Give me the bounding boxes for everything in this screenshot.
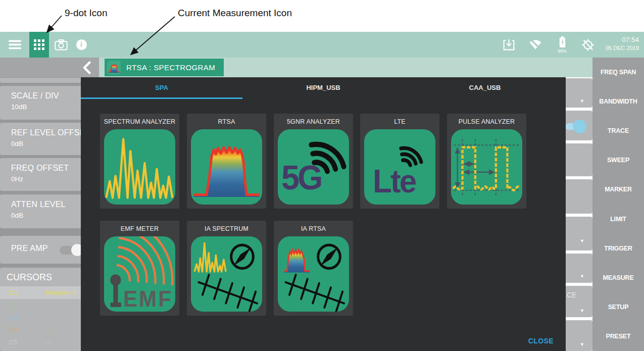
tile-pulse-analyzer[interactable]: PULSE ANALYZER xyxy=(447,114,526,209)
annotation-9dot-label: 9-dot Icon xyxy=(65,8,108,19)
tile-spectrum-analyzer[interactable]: SPECTRUM ANALYZER xyxy=(100,114,179,209)
hamburger-icon xyxy=(9,40,21,49)
menu-item-setup[interactable]: SETUP xyxy=(592,292,644,322)
tile-emf-meter[interactable]: EMF METER EMF xyxy=(100,221,179,316)
clock: 07:54 05 DEC 2019 xyxy=(606,35,639,52)
menu-item-trace[interactable]: TRACE xyxy=(592,116,644,145)
battery-percent: 96% xyxy=(558,48,567,54)
menu-item-marker[interactable]: MARKER xyxy=(592,175,644,204)
close-button[interactable]: CLOSE xyxy=(528,337,554,345)
tile-lte[interactable]: LTE Lte xyxy=(360,114,439,209)
wifi-off-icon xyxy=(528,38,542,51)
cursor-id: C1 xyxy=(9,289,45,296)
lte-icon: Lte xyxy=(364,129,435,205)
tab-spa[interactable]: SPA xyxy=(81,77,242,99)
rtsa-icon xyxy=(191,129,262,205)
grid-9dot-icon xyxy=(34,39,44,50)
toolbar: i 96% xyxy=(0,32,644,58)
camera-icon xyxy=(55,39,68,51)
right-menu: FREQ SPAN BANDWIDTH TRACE SWEEP MARKER L… xyxy=(592,58,644,351)
chevron-down-icon: ▼ xyxy=(580,308,584,313)
battery-icon xyxy=(559,36,566,48)
partial-label: CE xyxy=(567,291,576,299)
tile-label: RTSA xyxy=(187,114,266,129)
tile-ia-rtsa[interactable]: IA RTSA xyxy=(274,221,353,316)
left-parameter-panel: SCALE / DIV 10dB REF LEVEL OFFSET 0dB FR… xyxy=(0,77,82,351)
emf-text: EMF xyxy=(123,286,173,311)
current-measurement-label: RTSA : SPECTROGRAM xyxy=(126,63,215,72)
screenshot-button[interactable] xyxy=(53,32,70,58)
chevron-down-icon: ▼ xyxy=(580,238,584,243)
tile-label: EMF METER xyxy=(100,221,179,236)
lte-text: Lte xyxy=(373,163,416,200)
annotation-current-measurement-label: Current Measurement Icon xyxy=(178,8,292,19)
subheader: RTSA : SPECTROGRAM xyxy=(0,58,644,77)
device-tabs: SPA HIPM_USB CAA_USB xyxy=(81,77,566,99)
tile-5gnr-analyzer[interactable]: 5GNR ANALYZER 5G xyxy=(274,114,353,209)
current-measurement-button[interactable]: RTSA : SPECTROGRAM xyxy=(105,59,224,76)
tab-caa-usb[interactable]: CAA_USB xyxy=(404,77,566,99)
tile-rtsa[interactable]: RTSA xyxy=(187,114,266,209)
menu-item-sweep[interactable]: SWEEP xyxy=(592,145,644,175)
cursor-id: C3 xyxy=(9,314,45,321)
spectrum-analyzer-icon xyxy=(104,129,175,205)
ia-rtsa-icon xyxy=(278,236,349,312)
chevron-left-icon xyxy=(81,61,94,74)
tile-ia-spectrum[interactable]: IA SPECTRUM xyxy=(187,221,266,316)
screen: 9-dot Icon Current Measurement Icon xyxy=(0,0,644,351)
tile-label: SPECTRUM ANALYZER xyxy=(100,114,179,129)
save-button[interactable] xyxy=(502,38,516,51)
menu-button[interactable] xyxy=(6,32,23,58)
tile-label: IA SPECTRUM xyxy=(187,221,266,236)
pulse-analyzer-icon xyxy=(451,129,522,205)
menu-item-bandwidth[interactable]: BANDWIDTH xyxy=(592,87,644,116)
measurement-select-dialog: SPA HIPM_USB CAA_USB SPECTRUM ANALYZER R… xyxy=(81,77,566,351)
ia-spectrum-icon xyxy=(191,236,262,312)
date: 05 DEC 2019 xyxy=(606,44,639,52)
back-button[interactable] xyxy=(81,61,95,74)
chevron-down-icon: ▼ xyxy=(580,98,584,104)
tile-label: LTE xyxy=(360,114,439,129)
chevron-down-icon: ▼ xyxy=(580,274,584,279)
info-button[interactable]: i xyxy=(74,32,89,58)
cursor-id: C5 xyxy=(9,338,45,346)
tile-label: IA RTSA xyxy=(274,221,353,236)
menu-item-limit[interactable]: LIMIT xyxy=(592,204,644,233)
menu-item-freq-span[interactable]: FREQ SPAN xyxy=(592,58,644,87)
toggle-knob[interactable] xyxy=(573,120,586,133)
emf-meter-icon: EMF xyxy=(104,236,175,312)
time: 07:54 xyxy=(606,35,639,44)
5gnr-analyzer-icon: 5G xyxy=(278,129,349,205)
menu-item-measure[interactable]: MEASURE xyxy=(592,263,644,292)
info-icon: i xyxy=(76,39,87,50)
chevron-down-icon: ▼ xyxy=(580,342,584,347)
cursor-id: C4 xyxy=(9,326,45,333)
battery-indicator: 96% xyxy=(557,36,567,54)
tile-label: 5GNR ANALYZER xyxy=(274,114,353,129)
menu-item-trigger[interactable]: TRIGGER xyxy=(592,234,644,263)
save-icon xyxy=(503,38,515,51)
current-measurement-icon xyxy=(107,61,121,74)
cursor-id: C2 xyxy=(9,301,45,309)
gps-off-icon xyxy=(581,38,595,52)
tab-hipm-usb[interactable]: HIPM_USB xyxy=(242,77,404,99)
apps-grid-button[interactable] xyxy=(29,32,49,58)
menu-item-preset[interactable]: PRESET xyxy=(592,322,644,351)
tile-label: PULSE ANALYZER xyxy=(447,114,526,129)
